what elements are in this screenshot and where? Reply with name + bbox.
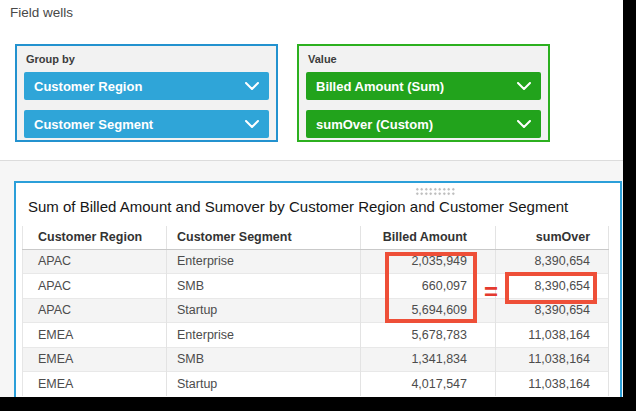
- chevron-down-icon[interactable]: [517, 82, 531, 90]
- table-row: EMEAStartup4,017,54711,038,164: [23, 372, 609, 397]
- pill-label: Billed Amount (Sum): [316, 79, 444, 94]
- equals-annotation: =: [477, 278, 505, 306]
- column-header-customer-segment[interactable]: Customer Segment: [167, 226, 361, 249]
- group-by-well: Group by Customer Region Customer Segmen…: [15, 44, 278, 142]
- screenshot-frame-edge: [623, 0, 636, 411]
- table-row: EMEASMB1,341,83411,038,164: [23, 347, 609, 372]
- table-cell: Startup: [167, 298, 361, 323]
- chevron-down-icon[interactable]: [517, 120, 531, 128]
- table-cell: 11,038,164: [496, 323, 609, 348]
- group-by-field-customer-segment[interactable]: Customer Segment: [24, 110, 269, 138]
- table-row: EMEAEnterprise5,678,78311,038,164: [23, 323, 609, 348]
- page-title: Field wells: [10, 5, 73, 20]
- highlight-box-billed-amount: [385, 252, 477, 323]
- value-label: Value: [299, 46, 548, 72]
- pill-label: Customer Segment: [34, 117, 153, 132]
- value-field-billed-amount[interactable]: Billed Amount (Sum): [306, 72, 541, 100]
- visual-title: Sum of Billed Amount and Sumover by Cust…: [28, 198, 568, 215]
- table-cell: EMEA: [23, 372, 167, 397]
- column-header-sumover[interactable]: sumOver: [496, 226, 609, 249]
- table-cell: Enterprise: [167, 249, 361, 274]
- value-well: Value Billed Amount (Sum) sumOver (Custo…: [297, 44, 550, 142]
- drag-handle-icon[interactable]: [415, 187, 455, 196]
- table-cell: 11,038,164: [496, 372, 609, 397]
- table-row: APACEnterprise2,035,9498,390,654: [23, 249, 609, 274]
- table-cell: APAC: [23, 274, 167, 299]
- table-cell: 11,038,164: [496, 347, 609, 372]
- table-cell: EMEA: [23, 323, 167, 348]
- pill-label: sumOver (Custom): [316, 117, 433, 132]
- table-cell: Enterprise: [167, 323, 361, 348]
- column-header-billed-amount[interactable]: Billed Amount: [361, 226, 496, 249]
- group-by-field-customer-region[interactable]: Customer Region: [24, 72, 269, 100]
- table-cell: SMB: [167, 347, 361, 372]
- field-wells-screen: Field wells Group by Customer Region Cus…: [0, 0, 636, 411]
- table-cell: 5,678,783: [361, 323, 496, 348]
- table-cell: EMEA: [23, 347, 167, 372]
- highlight-box-sumover: [505, 272, 597, 304]
- pivot-table: Customer RegionCustomer SegmentBilled Am…: [22, 226, 609, 396]
- table-cell: SMB: [167, 274, 361, 299]
- table-cell: 8,390,654: [496, 249, 609, 274]
- chevron-down-icon[interactable]: [245, 120, 259, 128]
- table-cell: APAC: [23, 298, 167, 323]
- table-cell: 4,017,547: [361, 372, 496, 397]
- screenshot-frame-edge: [0, 397, 636, 411]
- table-cell: APAC: [23, 249, 167, 274]
- pill-label: Customer Region: [34, 79, 142, 94]
- chevron-down-icon[interactable]: [245, 82, 259, 90]
- value-field-sumover[interactable]: sumOver (Custom): [306, 110, 541, 138]
- table-cell: Startup: [167, 372, 361, 397]
- column-header-customer-region[interactable]: Customer Region: [23, 226, 167, 249]
- table-cell: 1,341,834: [361, 347, 496, 372]
- group-by-label: Group by: [17, 46, 276, 72]
